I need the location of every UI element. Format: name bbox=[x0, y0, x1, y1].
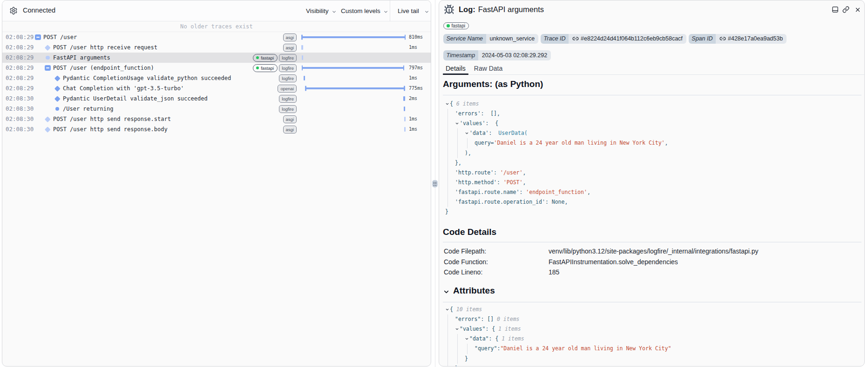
trace-row[interactable]: 02:08:29 Chat Completion with 'gpt-3.5-t… bbox=[2, 83, 431, 93]
settings-gear-icon[interactable] bbox=[9, 7, 18, 15]
tree-indent-guide bbox=[457, 334, 458, 363]
tree-segment-punct: : bbox=[519, 189, 526, 195]
detail-header: Log:FastAPI arguments bbox=[439, 0, 864, 20]
badge-row: Timestamp2024-05-03 02:08:29.292 bbox=[443, 50, 551, 60]
tree-collapse-chevron-icon[interactable] bbox=[445, 99, 449, 109]
live-view-panel: Connected Visibility Custom levels Live … bbox=[2, 0, 431, 367]
attribute-badge-trace-id: Trace ID#e8224d24d41f064b112c6eb9cb58cac… bbox=[541, 34, 686, 44]
trace-row[interactable]: 02:08:29 Pydantic CompletionUsage valida… bbox=[2, 73, 431, 83]
trace-row[interactable]: 02:08:29 FastAPI arguments fastapilogfir… bbox=[2, 53, 431, 63]
tree-line: } bbox=[439, 207, 864, 217]
tree-segment-punct: ), bbox=[465, 150, 471, 156]
tree-segment-punct: : { bbox=[489, 335, 499, 342]
tree-segment-punct: , bbox=[564, 199, 568, 205]
app: Connected Visibility Custom levels Live … bbox=[0, 0, 868, 367]
trace-row-duration: 1ms bbox=[409, 114, 417, 124]
tree-collapse-chevron-icon[interactable] bbox=[455, 324, 459, 334]
trace-row[interactable]: 02:08:29 POST /user (endpoint_function) … bbox=[2, 63, 431, 73]
badge-value[interactable]: #428e17a0ea9ad53b bbox=[716, 34, 787, 44]
tree-line: "errors": [] 0 items bbox=[439, 314, 864, 324]
trace-row-duration: 1ms bbox=[409, 73, 417, 83]
trace-row-label: Chat Completion with 'gpt-3.5-turbo' bbox=[63, 83, 184, 93]
scope-tag-fastapi[interactable]: fastapi bbox=[443, 22, 469, 29]
trace-row-icon bbox=[53, 93, 62, 104]
live-tail-dropdown[interactable]: Live tail bbox=[398, 0, 429, 21]
copy-link-icon[interactable] bbox=[842, 6, 849, 13]
badge-row: Service Nameunknown_serviceTrace ID#e822… bbox=[443, 34, 787, 44]
tree-collapse-chevron-icon[interactable] bbox=[465, 334, 469, 344]
tag-asgi: asgi bbox=[283, 126, 297, 133]
trace-row-timeline bbox=[301, 124, 406, 134]
badge-label: Service Name bbox=[443, 34, 486, 44]
tree-segment-items: 10 items bbox=[453, 306, 482, 313]
duration-bar bbox=[404, 117, 406, 121]
trace-row-tags: logfire bbox=[279, 104, 297, 114]
trace-row[interactable]: 02:08:30 POST /user http send response.s… bbox=[2, 114, 431, 124]
badge-label: Trace ID bbox=[541, 34, 569, 44]
badge-label: Timestamp bbox=[443, 50, 478, 60]
tree-segment-punct: : { bbox=[485, 326, 495, 332]
trace-row-icon bbox=[43, 53, 52, 63]
tree-line: } bbox=[439, 354, 864, 364]
attributes-json-tree: { 10 items"errors": [] 0 items"values": … bbox=[439, 305, 864, 367]
trace-row-label: Pydantic UserDetail validate_json succee… bbox=[63, 93, 208, 104]
span-detail-panel: Log:FastAPI arguments fastapi Service Na… bbox=[439, 0, 865, 367]
tree-collapse-chevron-icon[interactable] bbox=[445, 305, 449, 314]
tab-raw-data[interactable]: Raw Data bbox=[471, 62, 505, 74]
trace-row-icon bbox=[53, 73, 62, 83]
tag-fastapi: fastapi bbox=[253, 54, 278, 62]
trace-row-duration: 2ms bbox=[409, 93, 417, 104]
trace-row[interactable]: 02:08:29 POST /user http receive request… bbox=[2, 42, 431, 53]
trace-row-timeline bbox=[301, 104, 406, 114]
trace-row-timeline bbox=[301, 32, 406, 42]
connection-status: Connected bbox=[23, 7, 55, 14]
tree-segment-key: 'errors' bbox=[455, 110, 481, 117]
trace-row-duration: 797ms bbox=[409, 63, 423, 73]
code-detail-label: Code Lineno: bbox=[444, 268, 482, 276]
tree-segment-punct: : bbox=[545, 199, 552, 205]
duration-bar bbox=[302, 67, 404, 69]
chevron-down-icon[interactable] bbox=[443, 287, 450, 294]
trace-row[interactable]: 02:08:29 POST /user asgi 810ms bbox=[2, 32, 431, 42]
duration-bar bbox=[301, 45, 303, 50]
trace-row[interactable]: 02:08:30 /User returning logfire bbox=[2, 104, 431, 114]
link-icon bbox=[572, 35, 579, 42]
trace-row-timeline bbox=[301, 53, 406, 63]
tree-segment-plain: query= bbox=[475, 140, 494, 146]
tag-logfire: logfire bbox=[279, 105, 297, 113]
trace-row[interactable]: 02:08:30 Pydantic UserDetail validate_js… bbox=[2, 93, 431, 104]
panel-bottom-icon[interactable] bbox=[832, 6, 839, 13]
tree-segment-key: 'fastapi.route.operation_id' bbox=[455, 199, 545, 205]
duration-bar bbox=[403, 96, 405, 101]
code-detail-value: 185 bbox=[549, 267, 559, 277]
tree-collapse-chevron-icon[interactable] bbox=[455, 119, 459, 128]
tree-line: 'http.route': '/user', bbox=[439, 168, 864, 178]
tree-line: "data": { 1 items bbox=[439, 334, 864, 344]
trace-row-icon bbox=[53, 104, 62, 114]
tree-line: 'http.method': 'POST', bbox=[439, 178, 864, 187]
detail-tabs: DetailsRaw Data bbox=[443, 62, 864, 75]
tree-indent-guide bbox=[457, 128, 458, 158]
tree-segment-str: "Daniel is a 24 year old man living in N… bbox=[500, 345, 671, 352]
close-icon[interactable] bbox=[854, 7, 861, 13]
tree-line: 'values': { bbox=[439, 119, 864, 128]
section-divider bbox=[443, 242, 861, 242]
badge-value[interactable]: #e8224d24d41f064b112c6eb9cb58cacf bbox=[569, 34, 686, 44]
trace-row-label: POST /user bbox=[43, 32, 77, 42]
trace-row-timeline bbox=[301, 83, 406, 93]
visibility-dropdown[interactable]: Visibility bbox=[306, 0, 337, 21]
tab-details[interactable]: Details bbox=[443, 62, 468, 74]
trace-timestamp: 02:08:30 bbox=[6, 114, 34, 124]
trace-row-tags: asgi bbox=[283, 124, 297, 134]
trace-row[interactable]: 02:08:30 POST /user http send response.b… bbox=[2, 124, 431, 134]
green-dot-icon bbox=[256, 56, 259, 60]
trace-row-label: POST /user http receive request bbox=[53, 42, 157, 53]
tag-asgi: asgi bbox=[283, 33, 297, 41]
trace-row-timeline bbox=[301, 73, 406, 83]
panel-splitter-grip[interactable] bbox=[432, 180, 438, 187]
tree-segment-punct: , bbox=[522, 169, 526, 176]
green-dot-icon bbox=[447, 24, 450, 27]
tree-collapse-chevron-icon[interactable] bbox=[465, 128, 469, 138]
trace-row-timeline bbox=[301, 42, 406, 53]
custom-levels-dropdown[interactable]: Custom levels bbox=[341, 0, 388, 21]
